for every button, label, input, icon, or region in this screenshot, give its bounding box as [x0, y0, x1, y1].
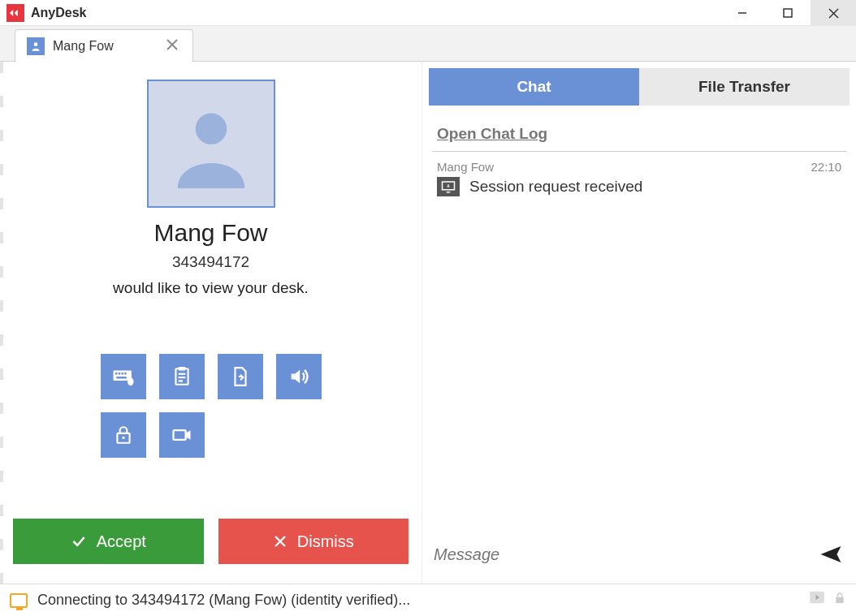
chat-item: Mang Fow 22:10 Session request received: [422, 152, 856, 196]
message-input[interactable]: [434, 536, 806, 572]
app-logo-icon: [6, 4, 24, 22]
permission-lock-button[interactable]: [101, 412, 146, 458]
svg-rect-22: [173, 430, 185, 440]
chat-message: Session request received: [469, 178, 642, 196]
chat-from: Mang Fow: [437, 160, 494, 174]
svg-point-14: [128, 377, 134, 386]
svg-rect-27: [836, 597, 843, 603]
session-request-icon: [437, 177, 460, 196]
svg-rect-1: [784, 9, 792, 17]
session-tab[interactable]: Mang Fow: [15, 29, 193, 62]
tab-close-icon[interactable]: [163, 37, 181, 54]
svg-point-4: [34, 42, 38, 46]
svg-point-7: [195, 113, 227, 144]
title-bar: AnyDesk: [0, 0, 856, 26]
close-button[interactable]: [811, 0, 856, 26]
remote-name: Mang Fow: [153, 219, 267, 247]
svg-rect-11: [121, 373, 123, 375]
main-area: Mang Fow 343494172 would like to view yo…: [0, 62, 856, 584]
action-row: Accept Dismiss: [10, 519, 412, 574]
status-monitor-icon: [10, 593, 28, 608]
svg-rect-10: [118, 373, 120, 375]
tab-title: Mang Fow: [53, 39, 155, 54]
accept-button[interactable]: Accept: [13, 519, 204, 564]
dismiss-label: Dismiss: [297, 532, 354, 551]
app-title: AnyDesk: [31, 6, 86, 20]
dismiss-button[interactable]: Dismiss: [218, 519, 409, 564]
open-chat-log-link[interactable]: Open Chat Log: [437, 125, 856, 143]
svg-rect-13: [116, 377, 127, 379]
maximize-button[interactable]: [765, 0, 811, 26]
request-panel: Mang Fow 343494172 would like to view yo…: [0, 62, 422, 584]
remote-avatar: [147, 80, 275, 208]
permission-sound-button[interactable]: [276, 354, 322, 399]
minimize-button[interactable]: [720, 0, 765, 26]
status-text: Connecting to 343494172 (Mang Fow) (iden…: [37, 592, 410, 609]
permission-keyboard-mouse-button[interactable]: [101, 354, 146, 399]
tab-avatar-icon: [27, 37, 45, 55]
tab-bar: Mang Fow: [0, 26, 856, 62]
status-bar: Connecting to 343494172 (Mang Fow) (iden…: [0, 584, 856, 616]
right-tabs: Chat File Transfer: [429, 68, 850, 106]
permission-file-transfer-button[interactable]: [218, 354, 263, 399]
lock-icon[interactable]: [833, 591, 846, 610]
tab-chat[interactable]: Chat: [429, 68, 639, 106]
svg-rect-12: [124, 373, 127, 375]
remote-id: 343494172: [172, 253, 249, 271]
permission-grid: [101, 354, 322, 458]
svg-rect-9: [115, 373, 118, 375]
accept-label: Accept: [97, 532, 146, 551]
permission-record-button[interactable]: [159, 412, 205, 458]
svg-point-21: [122, 437, 124, 439]
request-text: would like to view your desk.: [113, 279, 309, 297]
chat-time: 22:10: [811, 160, 841, 174]
message-row: [422, 536, 856, 584]
tab-file-transfer[interactable]: File Transfer: [639, 68, 850, 106]
playback-icon[interactable]: [809, 591, 825, 610]
chat-panel: Chat File Transfer Open Chat Log Mang Fo…: [422, 62, 856, 584]
window-controls: [720, 0, 856, 25]
permission-clipboard-button[interactable]: [159, 354, 205, 399]
send-button[interactable]: [817, 541, 845, 568]
svg-rect-16: [178, 367, 185, 370]
